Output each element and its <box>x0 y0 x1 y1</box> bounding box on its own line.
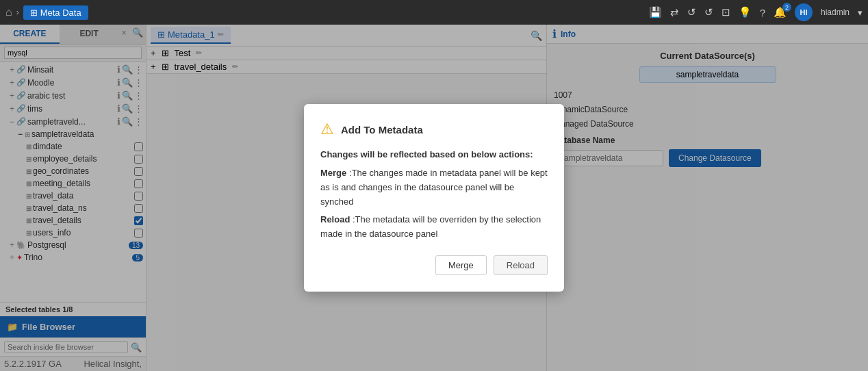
refresh2-icon[interactable]: ↺ <box>704 6 713 18</box>
modal-overlay: ⚠ Add To Metadata Changes will be reflec… <box>0 25 868 371</box>
grid2-icon[interactable]: ⊡ <box>722 6 730 18</box>
modal-header: ⚠ Add To Metadata <box>320 120 548 138</box>
refresh-icon[interactable]: ↺ <box>687 6 696 18</box>
username[interactable]: hiadmin <box>821 8 850 17</box>
notification-count: 2 <box>782 3 791 12</box>
user-chevron-icon[interactable]: ▾ <box>858 8 863 18</box>
meta-data-title-btn[interactable]: ⊞ Meta Data <box>23 5 88 20</box>
merge-button[interactable]: Merge <box>435 255 487 275</box>
avatar[interactable]: HI <box>795 3 813 21</box>
home-icon[interactable]: ⌂ <box>5 6 12 18</box>
nav-chevron: › <box>16 8 19 17</box>
modal-reload-desc: :The metadata will be overriden by the s… <box>320 214 541 239</box>
notification-bell[interactable]: 🔔 2 <box>774 6 787 18</box>
modal-body: Changes will be reflected based on below… <box>320 148 548 242</box>
modal-body-bold1: Changes will be reflected based on below… <box>320 149 533 159</box>
modal-title: Add To Metadata <box>341 124 423 136</box>
top-nav: ⌂ › ⊞ Meta Data 💾 ⇄ ↺ ↺ ⊡ 💡 ? 🔔 2 HI hia… <box>0 0 868 25</box>
modal-footer: Merge Reload <box>320 255 548 275</box>
title-label: Meta Data <box>40 8 81 18</box>
help-icon[interactable]: ? <box>760 7 765 18</box>
modal-merge-label: Merge <box>320 168 346 178</box>
nav-right: 💾 ⇄ ↺ ↺ ⊡ 💡 ? 🔔 2 HI hiadmin ▾ <box>649 3 863 21</box>
modal-reload-label: Reload <box>320 214 350 225</box>
bulb-icon[interactable]: 💡 <box>739 6 752 18</box>
grid-icon: ⊞ <box>30 8 38 18</box>
modal: ⚠ Add To Metadata Changes will be reflec… <box>304 104 564 292</box>
share-icon[interactable]: ⇄ <box>670 6 679 18</box>
save-icon[interactable]: 💾 <box>649 6 662 18</box>
warning-icon: ⚠ <box>320 120 334 138</box>
reload-button[interactable]: Reload <box>494 255 548 275</box>
modal-merge-desc: :The changes made in metadata panel will… <box>320 168 548 207</box>
